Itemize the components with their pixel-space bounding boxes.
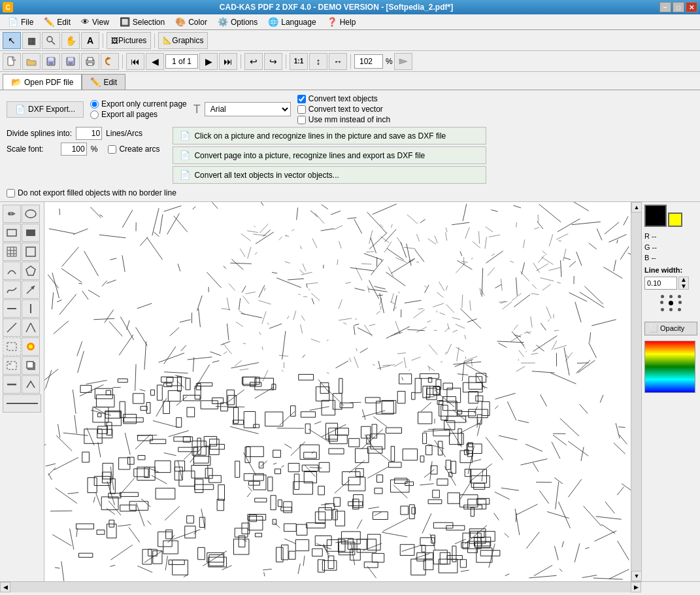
- lt-chevron-up[interactable]: [22, 375, 40, 394]
- hscroll: ◀ ▶: [0, 581, 700, 592]
- lt-hatch[interactable]: [3, 375, 21, 394]
- tool-pictures[interactable]: 🖼 Pictures: [107, 32, 151, 49]
- maximize-btn[interactable]: □: [673, 2, 684, 12]
- hscroll-track[interactable]: [10, 582, 631, 592]
- divide-input[interactable]: 10: [76, 127, 102, 140]
- menu-options[interactable]: ⚙️ Options: [212, 16, 263, 28]
- menu-color[interactable]: 🎨 Color: [170, 16, 212, 28]
- dot-2[interactable]: [669, 295, 673, 298]
- action-btn-2[interactable]: 📄 Convert page into a picture, recognize…: [173, 146, 486, 164]
- btn-fit-horizontal[interactable]: ↔: [329, 53, 347, 70]
- btn-first-page[interactable]: ⏮: [126, 53, 144, 70]
- tool-pages[interactable]: ▦: [22, 32, 41, 49]
- menu-view[interactable]: 👁 View: [76, 16, 114, 28]
- lt-grid-rect[interactable]: [3, 243, 21, 261]
- btn-redo[interactable]: ↪: [264, 53, 282, 70]
- lt-vert-line[interactable]: [22, 299, 40, 318]
- action-btn-1[interactable]: 📄 Click on a picture and recognize lines…: [173, 127, 486, 144]
- dot-8[interactable]: [669, 308, 673, 311]
- btn-undo-curve[interactable]: [101, 53, 119, 70]
- vscroll-down[interactable]: ▼: [631, 571, 642, 581]
- lt-copy-to[interactable]: [22, 356, 40, 375]
- dot-5[interactable]: [669, 301, 673, 305]
- dxf-export-btn[interactable]: 📄 DXF Export...: [7, 101, 84, 118]
- opacity-gradient[interactable]: [644, 341, 695, 393]
- check-convert-text[interactable]: Convert text objects: [297, 94, 390, 103]
- menu-language[interactable]: 🌐 Language: [263, 16, 321, 28]
- tool-select[interactable]: ↖: [3, 32, 21, 49]
- vscroll-up[interactable]: ▲: [631, 202, 642, 212]
- lt-polygon[interactable]: [22, 262, 40, 280]
- lt-rect[interactable]: [3, 224, 21, 242]
- action-btn-3[interactable]: 📄 Convert all text objects in vector obj…: [173, 166, 486, 184]
- radio-all-pages[interactable]: Export all pages: [90, 110, 187, 119]
- dot-1[interactable]: [661, 295, 664, 298]
- tool-zoom[interactable]: [42, 32, 60, 49]
- lt-diag-line[interactable]: [3, 318, 21, 337]
- color-yellow[interactable]: [668, 212, 682, 227]
- menu-help[interactable]: ❓ Help: [322, 16, 361, 28]
- btn-last-page[interactable]: ⏭: [219, 53, 237, 70]
- tab-edit[interactable]: ✏️ Edit: [82, 74, 125, 90]
- btn-prev-page[interactable]: ◀: [146, 53, 164, 70]
- btn-zoom-cursor[interactable]: [394, 53, 412, 70]
- btn-save[interactable]: [42, 53, 60, 70]
- menu-edit[interactable]: ✏️ Edit: [39, 16, 76, 28]
- tab-open-pdf[interactable]: 📂 Open PDF file: [3, 74, 82, 90]
- check-convert-vector[interactable]: Convert text to vector: [297, 105, 390, 114]
- hscroll-left[interactable]: ◀: [0, 582, 10, 592]
- btn-fit-vertical[interactable]: ↕: [309, 53, 327, 70]
- check-no-border[interactable]: Do not export filled objects with no bor…: [7, 188, 176, 197]
- btn-undo[interactable]: ↩: [244, 53, 263, 70]
- dot-4[interactable]: [660, 301, 663, 304]
- lt-filled-rect[interactable]: [22, 224, 40, 242]
- zoom-input[interactable]: [354, 54, 383, 69]
- dot-3[interactable]: [678, 295, 681, 298]
- radio-current-page[interactable]: Export only current page: [90, 99, 187, 109]
- menu-file[interactable]: 📄 File: [3, 16, 39, 28]
- lt-fill-color[interactable]: [22, 337, 40, 356]
- menu-selection[interactable]: 🔲 Selection: [114, 16, 170, 28]
- scale-input[interactable]: [61, 143, 87, 156]
- btn-fit-1-1[interactable]: 1:1: [290, 53, 308, 70]
- line-width-spin[interactable]: ▲ ▼: [678, 277, 689, 290]
- dot-7[interactable]: [661, 308, 664, 311]
- minimize-btn[interactable]: −: [659, 2, 671, 12]
- dot-6[interactable]: [678, 301, 682, 304]
- line-width-input[interactable]: [644, 277, 677, 290]
- tool-graphics[interactable]: 📐 Graphics: [158, 32, 208, 49]
- dot-9[interactable]: [678, 308, 681, 311]
- tool-pan[interactable]: ✋: [61, 32, 80, 49]
- color-boxes: [644, 205, 697, 227]
- lt-select-rect[interactable]: [3, 337, 21, 356]
- statusbar: (11.1724 inch, 2.9310 inch): [0, 592, 700, 595]
- font-select[interactable]: Arial Times New Roman Courier New Verdan…: [205, 102, 291, 116]
- lt-curve[interactable]: [3, 280, 21, 299]
- lt-double-diag[interactable]: [22, 318, 40, 337]
- lt-horiz-line[interactable]: [3, 299, 21, 318]
- svg-rect-33: [7, 362, 16, 369]
- btn-new[interactable]: [3, 53, 21, 70]
- main-canvas[interactable]: [44, 202, 631, 581]
- lt-magic-select[interactable]: [3, 356, 21, 375]
- canvas-container[interactable]: [44, 202, 631, 581]
- lt-ellipse[interactable]: [22, 205, 40, 223]
- lt-arc[interactable]: [3, 262, 21, 280]
- hscroll-right[interactable]: ▶: [631, 582, 641, 592]
- btn-print[interactable]: [81, 53, 99, 70]
- lt-minus[interactable]: [3, 394, 41, 413]
- page-input[interactable]: 1 of 1: [165, 54, 198, 69]
- btn-next-page[interactable]: ▶: [199, 53, 218, 70]
- close-btn[interactable]: ✕: [686, 2, 697, 12]
- vscroll-track[interactable]: [631, 212, 641, 571]
- btn-open[interactable]: [22, 53, 41, 70]
- check-use-mm[interactable]: Use mm instead of inch: [297, 115, 390, 124]
- lt-outline-rect[interactable]: [22, 243, 40, 261]
- btn-save-as[interactable]: [61, 53, 80, 70]
- tool-text-btn[interactable]: A: [81, 32, 99, 49]
- opacity-btn[interactable]: ⬜ Opacity: [644, 322, 697, 335]
- color-black[interactable]: [644, 205, 667, 227]
- lt-pencil[interactable]: ✏: [3, 205, 21, 223]
- check-create-arcs[interactable]: Create arcs: [108, 144, 159, 154]
- lt-arrow[interactable]: [22, 280, 40, 299]
